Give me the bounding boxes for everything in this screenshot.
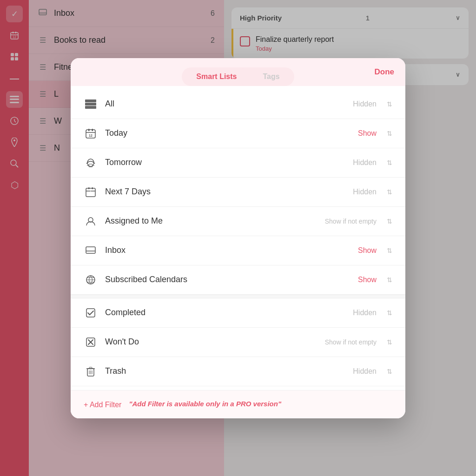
completed-icon [84,306,98,320]
smart-list-item-wontdo[interactable]: Won't Do Show if not empty ⇅ [71,328,405,357]
next7-arrow[interactable]: ⇅ [387,188,392,196]
svg-rect-25 [92,129,93,131]
svg-rect-37 [86,247,95,253]
all-name: All [105,99,345,109]
smart-lists-modal: Smart Lists Tags Done All Hidden ⇅ [71,58,405,418]
smart-list-item-completed[interactable]: Completed Hidden ⇅ [71,298,405,328]
inbox-sl-arrow[interactable]: ⇅ [387,247,392,254]
modal-tabs: Smart Lists Tags [182,67,294,86]
svg-text:i: i [90,367,91,370]
trash-status: Hidden [353,367,377,376]
next7-name: Next 7 Days [105,187,345,197]
wontdo-icon [84,335,98,349]
add-filter-row: + Add Filter "Add Filter is available on… [84,399,392,409]
smart-list-item-today[interactable]: 12 Today Show ⇅ [71,119,405,148]
subscribed-arrow[interactable]: ⇅ [387,276,392,284]
tomorrow-name: Tomorrow [105,158,345,167]
trash-icon: i [84,364,98,378]
modal-body: All Hidden ⇅ 12 Today Show ⇅ [71,86,405,390]
svg-text:12: 12 [89,134,93,137]
inbox-sl-status: Show [358,246,377,255]
done-button[interactable]: Done [375,67,395,77]
all-icon [84,97,98,111]
completed-status: Hidden [353,309,377,317]
trash-name: Trash [105,366,345,376]
next7-status: Hidden [353,188,377,196]
all-status: Hidden [353,100,377,108]
tab-smart-lists[interactable]: Smart Lists [183,69,250,85]
section-divider [71,295,405,298]
assigned-status: Show if not empty [325,218,377,225]
modal-overlay[interactable]: Smart Lists Tags Done All Hidden ⇅ [0,0,476,476]
today-name: Today [105,128,350,138]
svg-rect-22 [85,106,96,109]
subscribed-name: Subscribed Calendars [105,275,350,284]
tomorrow-arrow[interactable]: ⇅ [387,159,392,166]
svg-rect-33 [92,187,93,189]
assigned-arrow[interactable]: ⇅ [387,218,392,225]
smart-list-item-inbox[interactable]: Inbox Show ⇅ [71,236,405,265]
smart-list-item-subscribed[interactable]: Subscribed Calendars Show ⇅ [71,265,405,295]
tomorrow-status: Hidden [353,159,377,167]
svg-rect-21 [85,103,96,106]
all-arrow[interactable]: ⇅ [387,100,392,108]
svg-rect-20 [85,99,96,102]
smart-list-item-trash[interactable]: i Trash Hidden ⇅ [71,357,405,386]
today-icon: 12 [84,126,98,140]
wontdo-name: Won't Do [105,337,317,347]
today-arrow[interactable]: ⇅ [387,130,392,137]
trash-arrow[interactable]: ⇅ [387,368,392,375]
tab-tags[interactable]: Tags [250,69,292,85]
add-filter-button[interactable]: + Add Filter [84,401,121,409]
modal-header: Smart Lists Tags Done [71,58,405,86]
pro-notice: "Add Filter is available only in a PRO v… [129,399,281,409]
tomorrow-icon [84,156,98,170]
smart-list-item-next7[interactable]: T Next 7 Days Hidden ⇅ [71,178,405,207]
smart-list-item-tomorrow[interactable]: Tomorrow Hidden ⇅ [71,148,405,178]
next7-icon: T [84,185,98,199]
smart-list-item-assigned[interactable]: Assigned to Me Show if not empty ⇅ [71,207,405,236]
svg-rect-24 [88,129,90,131]
inbox-sl-name: Inbox [105,245,350,255]
svg-rect-32 [88,187,90,189]
subscribed-status: Show [358,276,377,284]
wontdo-status: Show if not empty [325,338,377,346]
inbox-sl-icon [84,244,98,258]
modal-footer: + Add Filter "Add Filter is available on… [71,390,405,418]
assigned-icon [84,214,98,228]
completed-arrow[interactable]: ⇅ [387,309,392,317]
assigned-name: Assigned to Me [105,216,317,226]
completed-name: Completed [105,308,345,317]
wontdo-arrow[interactable]: ⇅ [387,338,392,346]
smart-list-item-all[interactable]: All Hidden ⇅ [71,90,405,119]
subscribed-icon [84,273,98,287]
today-status: Show [358,129,377,138]
